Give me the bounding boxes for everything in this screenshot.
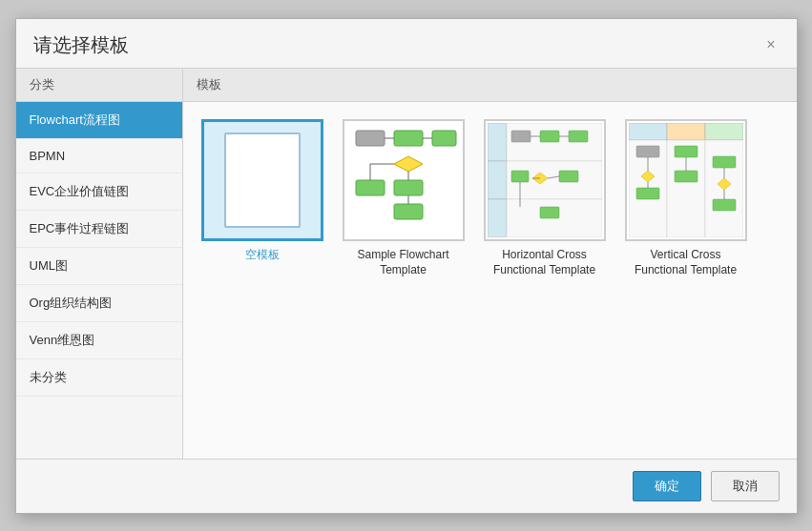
confirm-button[interactable]: 确定	[633, 471, 701, 501]
close-button[interactable]: ×	[762, 35, 779, 54]
template-vcross-thumb	[625, 119, 747, 241]
svg-rect-33	[629, 123, 667, 140]
svg-rect-42	[636, 188, 659, 199]
sidebar: 分类 Flowchart流程图 BPMN EVC企业价值链图 EPC事件过程链图…	[16, 69, 183, 459]
template-flowchart-label: Sample FlowchartTemplate	[357, 247, 448, 279]
sidebar-header: 分类	[16, 69, 182, 102]
dialog-title: 请选择模板	[33, 32, 129, 58]
hcross-preview-svg	[488, 123, 602, 237]
svg-rect-14	[488, 123, 507, 161]
svg-rect-6	[356, 180, 385, 195]
sidebar-item-uncategorized[interactable]: 未分类	[16, 359, 182, 397]
svg-rect-20	[511, 131, 531, 142]
dialog-body: 分类 Flowchart流程图 BPMN EVC企业价值链图 EPC事件过程链图…	[16, 68, 797, 459]
content-header: 模板	[183, 69, 797, 102]
template-blank-thumb	[201, 119, 323, 241]
template-hcross-thumb	[484, 119, 606, 241]
sidebar-item-org[interactable]: Org组织结构图	[16, 285, 182, 322]
cancel-button[interactable]: 取消	[711, 471, 780, 501]
content-area: 模板 空模板	[183, 69, 797, 459]
svg-rect-24	[511, 171, 529, 182]
title-bar: 请选择模板 ×	[16, 19, 797, 68]
dialog-footer: 确定 取消	[16, 459, 797, 513]
sidebar-item-uml[interactable]: UML图	[16, 248, 182, 285]
dialog: 请选择模板 × 分类 Flowchart流程图 BPMN EVC企业价值链图 E…	[15, 18, 798, 514]
svg-rect-26	[540, 207, 559, 218]
template-blank[interactable]: 空模板	[200, 119, 324, 279]
svg-rect-4	[394, 180, 423, 195]
sidebar-item-bpmn[interactable]: BPMN	[16, 139, 182, 174]
template-hcross-label: Horizontal CrossFunctional Template	[493, 247, 595, 279]
template-vertical-cross[interactable]: Vertical CrossFunctional Template	[624, 119, 748, 279]
svg-rect-2	[432, 131, 456, 146]
svg-rect-43	[675, 171, 697, 182]
svg-rect-15	[488, 161, 507, 199]
sidebar-item-flowchart[interactable]: Flowchart流程图	[16, 102, 182, 139]
svg-rect-34	[667, 123, 705, 140]
svg-rect-44	[713, 156, 736, 168]
svg-rect-35	[705, 123, 743, 140]
template-sample-flowchart[interactable]: Sample FlowchartTemplate	[342, 119, 466, 279]
svg-rect-22	[569, 131, 588, 142]
svg-rect-1	[394, 131, 423, 146]
vcross-preview-svg	[629, 123, 743, 237]
svg-rect-16	[488, 199, 507, 237]
svg-rect-40	[675, 146, 697, 157]
svg-marker-3	[394, 156, 423, 172]
template-vcross-label: Vertical CrossFunctional Template	[635, 247, 737, 279]
sidebar-item-epc[interactable]: EPC事件过程链图	[16, 211, 182, 248]
templates-grid: 空模板	[183, 102, 797, 459]
svg-rect-39	[636, 146, 659, 157]
svg-rect-46	[713, 199, 736, 211]
blank-inner	[224, 133, 301, 228]
template-flowchart-thumb	[343, 119, 465, 241]
template-horizontal-cross[interactable]: Horizontal CrossFunctional Template	[483, 119, 607, 279]
sidebar-item-evc[interactable]: EVC企业价值链图	[16, 174, 182, 211]
sidebar-item-venn[interactable]: Venn维恩图	[16, 322, 182, 359]
svg-rect-21	[540, 131, 559, 142]
flowchart-preview-svg	[346, 123, 461, 237]
svg-rect-5	[394, 204, 423, 219]
template-blank-label: 空模板	[245, 247, 280, 263]
svg-rect-25	[559, 171, 578, 182]
svg-rect-0	[356, 131, 385, 146]
